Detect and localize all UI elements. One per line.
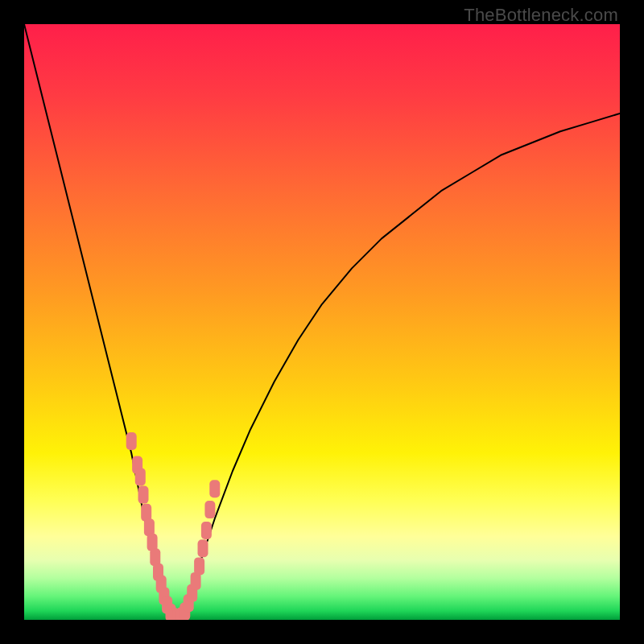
sample-marker [126, 432, 137, 450]
sample-marker [135, 468, 146, 485]
chart-frame: TheBottleneck.com [0, 0, 644, 644]
sample-marker [204, 501, 215, 518]
chart-svg [24, 24, 620, 620]
sample-marker [194, 557, 204, 575]
plot-area [24, 24, 620, 620]
watermark-text: TheBottleneck.com [464, 5, 618, 26]
bottleneck-curve [24, 24, 620, 620]
sample-marker [209, 480, 220, 497]
sample-markers-group [126, 432, 221, 620]
sample-marker [138, 486, 149, 504]
sample-marker [198, 539, 208, 557]
sample-marker [201, 522, 212, 539]
